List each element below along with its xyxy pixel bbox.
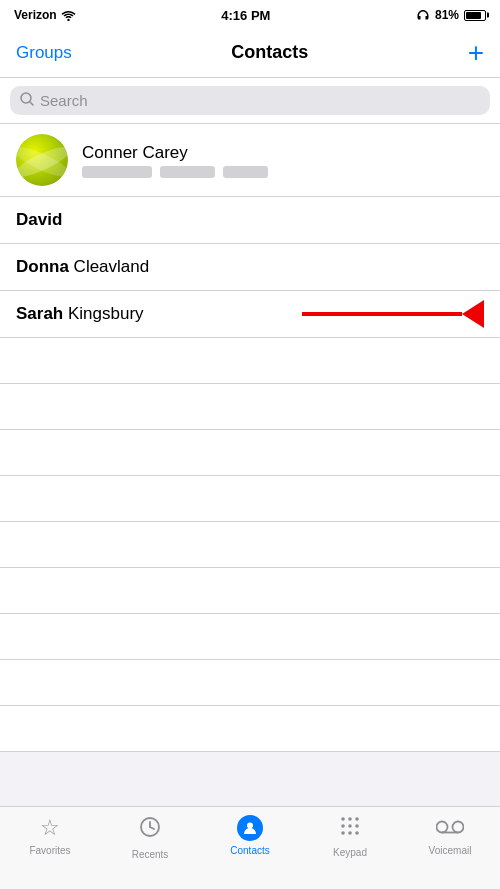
- contacts-icon-circle: [237, 815, 263, 841]
- contact-first-david: David: [16, 210, 62, 229]
- contact-row-sarah-kingsbury[interactable]: Sarah Kingsbury: [0, 291, 500, 338]
- contact-last-donna: Cleavland: [74, 257, 150, 276]
- svg-line-5: [150, 827, 154, 829]
- contacts-label: Contacts: [230, 845, 269, 856]
- contact-name-david: David: [16, 210, 62, 230]
- svg-point-14: [348, 831, 352, 835]
- svg-point-6: [247, 823, 253, 829]
- svg-point-12: [355, 824, 359, 828]
- svg-point-10: [341, 824, 345, 828]
- svg-line-2: [30, 102, 33, 105]
- keypad-icon: [338, 815, 362, 843]
- empty-row-1: [0, 338, 500, 384]
- empty-row-5: [0, 522, 500, 568]
- add-contact-button[interactable]: +: [468, 39, 484, 67]
- empty-row-9: [0, 706, 500, 752]
- wifi-icon: [61, 10, 76, 21]
- battery-icon: [464, 10, 486, 21]
- blur-block-3: [223, 166, 268, 178]
- status-right: 81%: [416, 8, 486, 22]
- status-bar: Verizon 4:16 PM 81%: [0, 0, 500, 28]
- contact-last-sarah: Kingsbury: [68, 304, 144, 323]
- contact-name-conner-carey: Conner Carey: [82, 143, 268, 163]
- empty-row-3: [0, 430, 500, 476]
- tennis-ball-avatar: [16, 134, 68, 186]
- contacts-list: Conner Carey David Donna Cleavland Sarah…: [0, 124, 500, 752]
- nav-bar: Groups Contacts +: [0, 28, 500, 78]
- tab-favorites[interactable]: ☆ Favorites: [0, 815, 100, 856]
- contact-info-conner-carey: Conner Carey: [82, 143, 268, 178]
- search-bar-container: Search: [0, 78, 500, 124]
- svg-point-11: [348, 824, 352, 828]
- empty-row-7: [0, 614, 500, 660]
- arrow-annotation: [302, 300, 484, 328]
- svg-point-9: [355, 817, 359, 821]
- favorites-label: Favorites: [29, 845, 70, 856]
- tab-contacts[interactable]: Contacts: [200, 815, 300, 856]
- red-arrow: [302, 300, 484, 328]
- favorites-icon: ☆: [40, 815, 60, 841]
- tab-voicemail[interactable]: Voicemail: [400, 815, 500, 856]
- voicemail-label: Voicemail: [429, 845, 472, 856]
- tab-bar: ☆ Favorites Recents Contacts: [0, 806, 500, 889]
- contact-subtitle-blur: [82, 166, 268, 178]
- recents-label: Recents: [132, 849, 169, 860]
- svg-point-16: [437, 822, 448, 833]
- arrow-head: [462, 300, 484, 328]
- avatar-conner-carey: [16, 134, 68, 186]
- search-icon: [20, 92, 34, 109]
- keypad-label: Keypad: [333, 847, 367, 858]
- svg-point-8: [348, 817, 352, 821]
- search-bar[interactable]: Search: [10, 86, 490, 115]
- arrow-line: [302, 312, 462, 316]
- empty-row-8: [0, 660, 500, 706]
- svg-point-0: [67, 18, 69, 20]
- svg-point-7: [341, 817, 345, 821]
- svg-point-15: [355, 831, 359, 835]
- blur-block-1: [82, 166, 152, 178]
- page-title: Contacts: [231, 42, 308, 63]
- svg-point-17: [453, 822, 464, 833]
- voicemail-icon: [436, 815, 464, 841]
- contact-row-conner-carey[interactable]: Conner Carey: [0, 124, 500, 197]
- tab-keypad[interactable]: Keypad: [300, 815, 400, 858]
- contact-row-david[interactable]: David: [0, 197, 500, 244]
- recents-icon: [138, 815, 162, 845]
- empty-row-4: [0, 476, 500, 522]
- status-left: Verizon: [14, 8, 76, 22]
- status-time: 4:16 PM: [221, 8, 270, 23]
- blur-block-2: [160, 166, 215, 178]
- contact-name-sarah-kingsbury: Sarah Kingsbury: [16, 304, 144, 324]
- contact-name-donna-cleavland: Donna Cleavland: [16, 257, 149, 277]
- contact-row-donna-cleavland[interactable]: Donna Cleavland: [0, 244, 500, 291]
- groups-button[interactable]: Groups: [16, 43, 72, 63]
- headphone-icon: [416, 9, 430, 21]
- empty-row-2: [0, 384, 500, 430]
- carrier-label: Verizon: [14, 8, 57, 22]
- svg-point-13: [341, 831, 345, 835]
- battery-percent: 81%: [435, 8, 459, 22]
- empty-row-6: [0, 568, 500, 614]
- contact-first-donna: Donna: [16, 257, 74, 276]
- contact-first-sarah: Sarah: [16, 304, 68, 323]
- tab-recents[interactable]: Recents: [100, 815, 200, 860]
- search-placeholder: Search: [40, 92, 88, 109]
